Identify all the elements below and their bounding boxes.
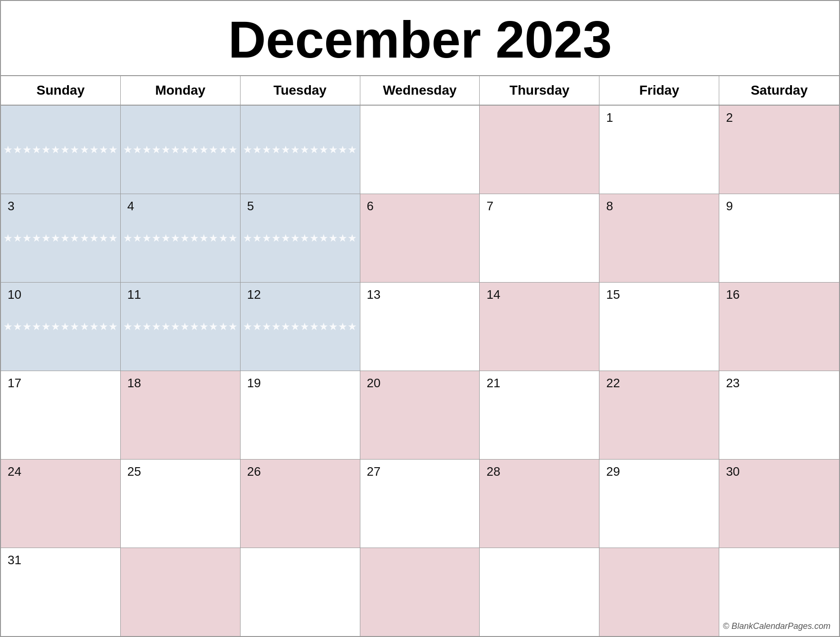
day-header-friday: Friday xyxy=(599,76,719,105)
star-icon: ★ xyxy=(70,322,79,332)
star-icon: ★ xyxy=(80,322,89,332)
star-icon: ★ xyxy=(13,322,22,332)
day-cell: 31 xyxy=(1,548,121,636)
day-cell: 8 xyxy=(599,194,719,282)
days-header: SundayMondayTuesdayWednesdayThursdayFrid… xyxy=(1,76,839,106)
week-row-2: ★★★★★★★★★★★★3★★★★★★★★★★★★4★★★★★★★★★★★★56… xyxy=(1,194,839,283)
star-icon: ★ xyxy=(13,145,22,155)
day-cell: 28 xyxy=(480,460,599,548)
star-icon: ★ xyxy=(290,322,300,332)
star-icon: ★ xyxy=(190,322,199,332)
day-number: 5 xyxy=(247,199,353,214)
star-icon: ★ xyxy=(22,145,32,155)
star-icon: ★ xyxy=(142,233,152,244)
star-icon: ★ xyxy=(271,322,281,332)
day-header-wednesday: Wednesday xyxy=(360,76,480,105)
day-number: 1 xyxy=(606,110,712,125)
star-icon: ★ xyxy=(338,322,348,332)
day-number: 25 xyxy=(127,464,233,479)
day-cell: 24 xyxy=(1,460,121,548)
star-icon: ★ xyxy=(3,322,13,332)
star-icon: ★ xyxy=(161,322,171,332)
star-icon: ★ xyxy=(51,145,60,155)
star-icon: ★ xyxy=(152,233,161,244)
day-number: 3 xyxy=(8,199,114,214)
star-icon: ★ xyxy=(262,145,271,155)
week-row-6: 31 xyxy=(1,548,839,636)
day-number: 31 xyxy=(8,553,114,568)
star-icon: ★ xyxy=(32,145,41,155)
day-number: 19 xyxy=(247,376,353,391)
star-icon: ★ xyxy=(142,322,152,332)
star-icon: ★ xyxy=(319,322,328,332)
day-cell: 19 xyxy=(241,371,360,459)
calendar-title: December 2023 xyxy=(1,1,839,76)
star-icon: ★ xyxy=(99,145,108,155)
star-icon: ★ xyxy=(99,233,108,244)
day-header-monday: Monday xyxy=(121,76,241,105)
day-cell: 27 xyxy=(360,460,480,548)
day-number: 18 xyxy=(127,376,233,391)
star-icon: ★ xyxy=(152,145,161,155)
day-cell: ★★★★★★★★★★★★ xyxy=(241,106,360,194)
day-cell xyxy=(599,548,719,636)
star-icon: ★ xyxy=(219,233,228,244)
star-icon: ★ xyxy=(80,233,89,244)
day-cell: 23 xyxy=(719,371,839,459)
watermark: © BlankCalendarPages.com xyxy=(723,621,830,631)
day-cell: ★★★★★★★★★★★★ xyxy=(1,106,121,194)
star-icon: ★ xyxy=(300,322,309,332)
star-icon: ★ xyxy=(243,233,252,244)
day-cell xyxy=(241,548,360,636)
star-icon: ★ xyxy=(300,145,309,155)
day-cell: 21 xyxy=(480,371,599,459)
day-cell: 13 xyxy=(360,283,480,371)
star-icon: ★ xyxy=(108,322,118,332)
star-icon: ★ xyxy=(290,233,300,244)
star-icon: ★ xyxy=(180,145,190,155)
star-icon: ★ xyxy=(243,322,252,332)
day-number: 16 xyxy=(726,287,832,302)
day-cell: 17 xyxy=(1,371,121,459)
star-icon: ★ xyxy=(171,322,180,332)
star-icon: ★ xyxy=(22,322,32,332)
star-icon: ★ xyxy=(60,233,70,244)
day-number: 2 xyxy=(726,110,832,125)
star-icon: ★ xyxy=(228,322,238,332)
day-number: 14 xyxy=(486,287,592,302)
day-number: 17 xyxy=(8,376,114,391)
star-icon: ★ xyxy=(70,233,79,244)
star-icon: ★ xyxy=(41,322,51,332)
day-cell: ★★★★★★★★★★★★11 xyxy=(121,283,241,371)
day-cell: 1 xyxy=(599,106,719,194)
star-icon: ★ xyxy=(152,322,161,332)
star-icon: ★ xyxy=(309,322,319,332)
day-number: 29 xyxy=(606,464,712,479)
star-icon: ★ xyxy=(133,322,142,332)
calendar-weeks: ★★★★★★★★★★★★★★★★★★★★★★★★★★★★★★★★★★★★12★★… xyxy=(1,106,839,636)
star-icon: ★ xyxy=(51,322,60,332)
star-icon: ★ xyxy=(89,322,99,332)
day-number: 13 xyxy=(367,287,473,302)
calendar-container: December 2023 SundayMondayTuesdayWednesd… xyxy=(0,0,840,637)
day-number: 8 xyxy=(606,199,712,214)
day-number: 7 xyxy=(486,199,592,214)
day-cell: 22 xyxy=(599,371,719,459)
star-icon: ★ xyxy=(290,145,300,155)
star-icon: ★ xyxy=(243,145,252,155)
star-icon: ★ xyxy=(142,145,152,155)
day-cell: 9 xyxy=(719,194,839,282)
day-number: 23 xyxy=(726,376,832,391)
day-cell: 14 xyxy=(480,283,599,371)
star-icon: ★ xyxy=(99,322,108,332)
day-cell: ★★★★★★★★★★★★5 xyxy=(241,194,360,282)
day-number: 27 xyxy=(367,464,473,479)
day-cell: 15 xyxy=(599,283,719,371)
star-icon: ★ xyxy=(32,233,41,244)
star-icon: ★ xyxy=(60,145,70,155)
day-cell xyxy=(360,548,480,636)
week-row-3: ★★★★★★★★★★★★10★★★★★★★★★★★★11★★★★★★★★★★★★… xyxy=(1,283,839,371)
day-cell xyxy=(480,106,599,194)
star-icon: ★ xyxy=(171,233,180,244)
star-icon: ★ xyxy=(199,233,209,244)
